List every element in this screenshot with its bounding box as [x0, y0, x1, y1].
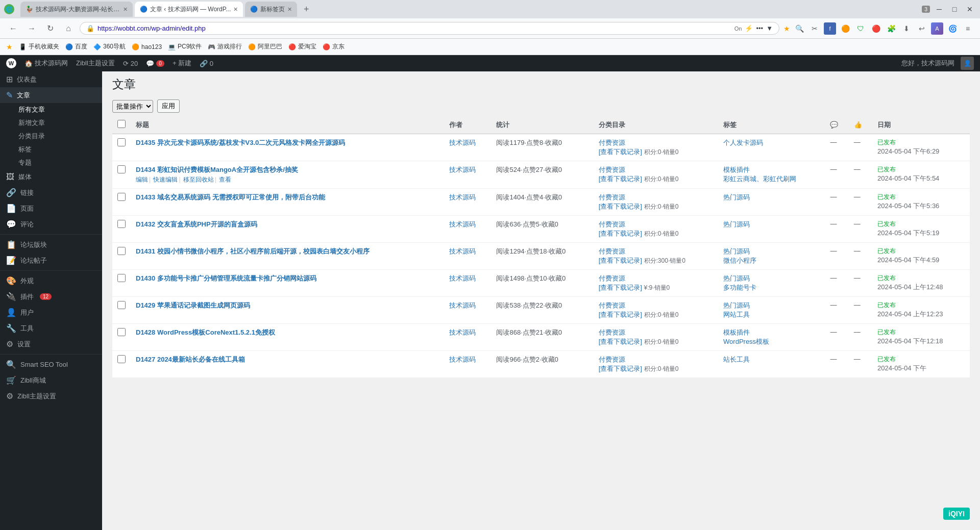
bookmark-360[interactable]: 🔷 360导航	[93, 42, 126, 51]
post-title-link[interactable]: D1428 WordPress模板CoreNext1.5.2.1免授权	[136, 329, 275, 336]
author-link[interactable]: 技术源码	[449, 274, 476, 282]
more-icon[interactable]: •••	[756, 24, 763, 32]
author-link[interactable]: 技术源码	[449, 247, 476, 255]
category-link-text[interactable]: [查看下载记录]	[599, 175, 642, 183]
sidebar-item-dashboard[interactable]: ⊞ 仪表盘	[0, 71, 102, 87]
category-primary-link[interactable]: 付费资源	[599, 247, 713, 256]
sidebar-item-settings[interactable]: ⚙ 设置	[0, 336, 102, 352]
row-checkbox[interactable]	[117, 355, 126, 363]
sidebar-item-forum-section[interactable]: 📋 论坛版块	[0, 237, 102, 253]
category-primary-link[interactable]: 付费资源	[599, 301, 713, 310]
row-checkbox[interactable]	[117, 220, 126, 228]
author-link[interactable]: 技术源码	[449, 356, 476, 363]
quick-edit-link[interactable]: 快速编辑	[153, 176, 178, 183]
post-title-link[interactable]: D1431 校园小情书微信小程序，社区小程序前后端开源，校园表白墙交友小程序	[136, 247, 370, 255]
category-primary-link[interactable]: 付费资源	[599, 138, 713, 147]
tag-secondary-link[interactable]: 多功能号卡	[723, 284, 756, 291]
ext-puzzle[interactable]: 🧩	[885, 22, 897, 35]
row-checkbox[interactable]	[117, 247, 126, 255]
tag-primary-link[interactable]: 热门源码	[723, 274, 750, 282]
sidebar-add-post[interactable]: 新增文章	[18, 116, 102, 130]
post-title-link[interactable]: D1427 2024最新站长必备在线工具箱	[136, 356, 245, 363]
ext-shield[interactable]: 🛡	[854, 22, 867, 35]
apply-button[interactable]: 应用	[157, 99, 180, 113]
sidebar-item-users[interactable]: 👤 用户	[0, 305, 102, 320]
ext-icon-2[interactable]: 🟠	[839, 22, 851, 35]
tag-secondary-link[interactable]: 微信小程序	[723, 257, 756, 264]
reload-button[interactable]: ↻	[43, 21, 57, 36]
post-title-link[interactable]: D1432 交友盲盒系统PHP开源的盲盒源码	[136, 220, 257, 228]
bookmark-jd[interactable]: 🔴 京东	[323, 42, 345, 51]
bookmark-baidu[interactable]: 🔵 百度	[65, 42, 87, 51]
adminbar-new[interactable]: + 新建	[173, 59, 191, 68]
category-link-text[interactable]: [查看下载记录]	[599, 338, 642, 345]
adminbar-links[interactable]: 🔗 0	[200, 60, 213, 67]
category-link-text[interactable]: [查看下载记录]	[599, 365, 642, 372]
bulk-action-select[interactable]: 批量操作	[112, 100, 153, 113]
bookmark-pc9[interactable]: 💻 PC9软件	[168, 42, 202, 51]
tag-primary-link[interactable]: 热门源码	[723, 220, 750, 228]
search-icon[interactable]: 🔍	[793, 22, 805, 35]
adminbar-site-name[interactable]: 🏠 技术源码网	[24, 59, 68, 68]
category-primary-link[interactable]: 付费资源	[599, 328, 713, 337]
category-primary-link[interactable]: 付费资源	[599, 165, 713, 174]
sidebar-item-zibl-shop[interactable]: 🛒 Zibll商城	[0, 372, 102, 388]
tag-primary-link[interactable]: 个人发卡源码	[723, 139, 763, 146]
category-primary-link[interactable]: 付费资源	[599, 220, 713, 229]
row-checkbox[interactable]	[117, 138, 126, 146]
adminbar-theme-settings[interactable]: Zibll主题设置	[76, 59, 115, 68]
home-button[interactable]: ⌂	[61, 21, 76, 36]
post-title-link[interactable]: D1429 苹果通话记录截图生成网页源码	[136, 301, 250, 309]
tag-primary-link[interactable]: 热门源码	[723, 301, 750, 309]
category-primary-link[interactable]: 付费资源	[599, 193, 713, 202]
adminbar-comments[interactable]: 💬 0	[146, 60, 164, 67]
sidebar-categories[interactable]: 分类目录	[18, 130, 102, 143]
sidebar-item-smart-seo[interactable]: 🔍 Smart SEO Tool	[0, 357, 102, 372]
sidebar-item-tools[interactable]: 🔧 工具	[0, 320, 102, 336]
category-link-text[interactable]: [查看下载记录]	[599, 284, 642, 291]
ext-undo[interactable]: ↩	[916, 22, 928, 35]
browser-tab-3[interactable]: 🔵 新标签页 ✕	[245, 2, 297, 17]
bookmark-alibaba[interactable]: 🟠 阿里巴巴	[248, 42, 282, 51]
tag-primary-link[interactable]: 模板插件	[723, 329, 750, 336]
sidebar-item-media[interactable]: 🖼 媒体	[0, 169, 102, 185]
tag-primary-link[interactable]: 热门源码	[723, 247, 750, 255]
sidebar-item-forum-posts[interactable]: 📝 论坛帖子	[0, 253, 102, 268]
sidebar-all-posts[interactable]: 所有文章	[18, 103, 102, 116]
ext-edge[interactable]: 🌀	[946, 22, 959, 35]
row-checkbox[interactable]	[117, 193, 126, 201]
category-primary-link[interactable]: 付费资源	[599, 355, 713, 364]
sidebar-tags[interactable]: 标签	[18, 143, 102, 156]
sidebar-item-zibl-settings[interactable]: ⚙ Zibll主题设置	[0, 388, 102, 404]
post-title-link[interactable]: D1433 域名交易系统源码 无需授权即可正常使用，附带后台功能	[136, 193, 325, 201]
author-link[interactable]: 技术源码	[449, 329, 476, 336]
bookmark-taobao[interactable]: 🔴 爱淘宝	[288, 42, 316, 51]
sidebar-item-pages[interactable]: 📄 页面	[0, 200, 102, 216]
category-link-text[interactable]: [查看下载记录]	[599, 203, 642, 210]
forward-button[interactable]: →	[24, 21, 39, 36]
category-link-text[interactable]: [查看下载记录]	[599, 311, 642, 318]
tab3-close[interactable]: ✕	[287, 6, 292, 13]
new-tab-button[interactable]: +	[299, 2, 313, 16]
select-all-checkbox[interactable]	[117, 120, 126, 128]
bookmark-hao123[interactable]: 🟠 hao123	[132, 43, 162, 51]
tab2-close[interactable]: ✕	[233, 6, 238, 13]
tag-secondary-link[interactable]: WordPress模板	[723, 338, 769, 345]
address-bar[interactable]: 🔒 https://wobbt.com/wp-admin/edit.php On…	[80, 22, 779, 35]
trash-link[interactable]: 移至回收站	[183, 176, 214, 183]
dropdown-icon[interactable]: ▼	[766, 24, 773, 32]
category-link-text[interactable]: [查看下载记录]	[599, 257, 642, 264]
sidebar-item-plugins[interactable]: 🔌 插件 12	[0, 289, 102, 305]
author-link[interactable]: 技术源码	[449, 166, 476, 173]
adminbar-updates[interactable]: ⟳ 20	[123, 60, 138, 67]
category-link-text[interactable]: [查看下载记录]	[599, 230, 642, 237]
tag-secondary-link[interactable]: 网站工具	[723, 311, 750, 318]
bookmark-games[interactable]: 🎮 游戏排行	[208, 42, 242, 51]
tab1-close[interactable]: ✕	[123, 6, 128, 13]
menu-icon[interactable]: ≡	[962, 22, 974, 35]
author-link[interactable]: 技术源码	[449, 139, 476, 146]
browser-tab-2[interactable]: 🔵 文章 ‹ 技术源码网 — WordP... ✕	[135, 2, 243, 17]
row-checkbox[interactable]	[117, 165, 126, 173]
row-checkbox[interactable]	[117, 301, 126, 309]
minimize-button[interactable]: ─	[933, 3, 945, 15]
